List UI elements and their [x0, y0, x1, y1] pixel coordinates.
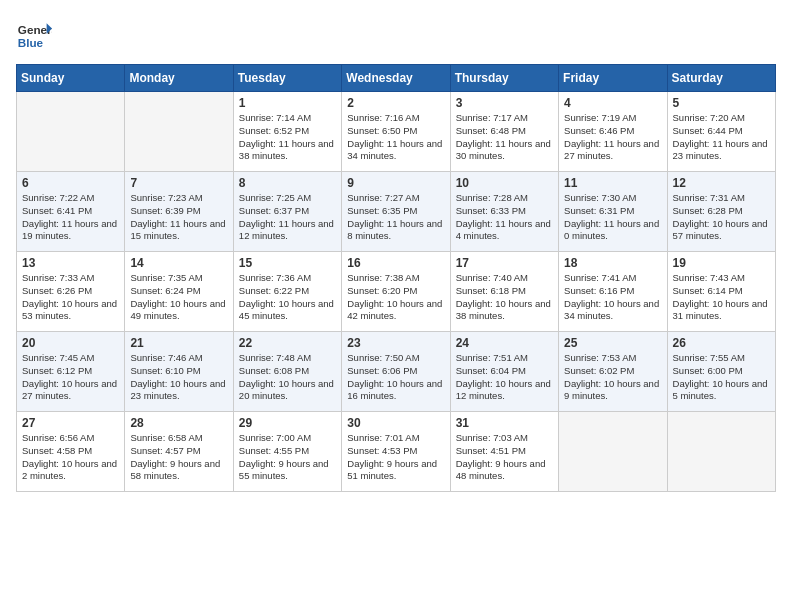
calendar-cell: 12Sunrise: 7:31 AMSunset: 6:28 PMDayligh… [667, 172, 775, 252]
day-number: 2 [347, 96, 444, 110]
cell-content: Sunrise: 7:14 AMSunset: 6:52 PMDaylight:… [239, 112, 336, 163]
cell-content: Sunrise: 7:48 AMSunset: 6:08 PMDaylight:… [239, 352, 336, 403]
cell-content: Sunrise: 7:22 AMSunset: 6:41 PMDaylight:… [22, 192, 119, 243]
calendar-cell: 11Sunrise: 7:30 AMSunset: 6:31 PMDayligh… [559, 172, 667, 252]
calendar-cell: 27Sunrise: 6:56 AMSunset: 4:58 PMDayligh… [17, 412, 125, 492]
calendar-cell [125, 92, 233, 172]
calendar-cell: 31Sunrise: 7:03 AMSunset: 4:51 PMDayligh… [450, 412, 558, 492]
day-number: 22 [239, 336, 336, 350]
calendar-cell [17, 92, 125, 172]
cell-content: Sunrise: 7:53 AMSunset: 6:02 PMDaylight:… [564, 352, 661, 403]
cell-content: Sunrise: 7:16 AMSunset: 6:50 PMDaylight:… [347, 112, 444, 163]
calendar-cell: 29Sunrise: 7:00 AMSunset: 4:55 PMDayligh… [233, 412, 341, 492]
day-number: 1 [239, 96, 336, 110]
cell-content: Sunrise: 7:45 AMSunset: 6:12 PMDaylight:… [22, 352, 119, 403]
cell-content: Sunrise: 7:20 AMSunset: 6:44 PMDaylight:… [673, 112, 770, 163]
day-number: 10 [456, 176, 553, 190]
cell-content: Sunrise: 7:30 AMSunset: 6:31 PMDaylight:… [564, 192, 661, 243]
calendar-cell: 6Sunrise: 7:22 AMSunset: 6:41 PMDaylight… [17, 172, 125, 252]
calendar-cell: 15Sunrise: 7:36 AMSunset: 6:22 PMDayligh… [233, 252, 341, 332]
cell-content: Sunrise: 7:43 AMSunset: 6:14 PMDaylight:… [673, 272, 770, 323]
calendar-cell: 1Sunrise: 7:14 AMSunset: 6:52 PMDaylight… [233, 92, 341, 172]
day-number: 23 [347, 336, 444, 350]
day-number: 7 [130, 176, 227, 190]
day-number: 15 [239, 256, 336, 270]
page-header: General Blue [16, 16, 776, 52]
calendar-cell: 30Sunrise: 7:01 AMSunset: 4:53 PMDayligh… [342, 412, 450, 492]
calendar-cell: 7Sunrise: 7:23 AMSunset: 6:39 PMDaylight… [125, 172, 233, 252]
day-number: 29 [239, 416, 336, 430]
cell-content: Sunrise: 7:35 AMSunset: 6:24 PMDaylight:… [130, 272, 227, 323]
day-number: 9 [347, 176, 444, 190]
calendar-cell: 4Sunrise: 7:19 AMSunset: 6:46 PMDaylight… [559, 92, 667, 172]
calendar-cell: 23Sunrise: 7:50 AMSunset: 6:06 PMDayligh… [342, 332, 450, 412]
cell-content: Sunrise: 6:56 AMSunset: 4:58 PMDaylight:… [22, 432, 119, 483]
calendar-cell: 13Sunrise: 7:33 AMSunset: 6:26 PMDayligh… [17, 252, 125, 332]
calendar-table: SundayMondayTuesdayWednesdayThursdayFrid… [16, 64, 776, 492]
cell-content: Sunrise: 7:38 AMSunset: 6:20 PMDaylight:… [347, 272, 444, 323]
day-number: 13 [22, 256, 119, 270]
calendar-cell [559, 412, 667, 492]
cell-content: Sunrise: 7:50 AMSunset: 6:06 PMDaylight:… [347, 352, 444, 403]
cell-content: Sunrise: 6:58 AMSunset: 4:57 PMDaylight:… [130, 432, 227, 483]
calendar-cell: 25Sunrise: 7:53 AMSunset: 6:02 PMDayligh… [559, 332, 667, 412]
day-header-thursday: Thursday [450, 65, 558, 92]
day-number: 5 [673, 96, 770, 110]
cell-content: Sunrise: 7:00 AMSunset: 4:55 PMDaylight:… [239, 432, 336, 483]
cell-content: Sunrise: 7:03 AMSunset: 4:51 PMDaylight:… [456, 432, 553, 483]
svg-text:Blue: Blue [18, 36, 44, 49]
logo-icon: General Blue [16, 16, 52, 52]
day-number: 14 [130, 256, 227, 270]
cell-content: Sunrise: 7:23 AMSunset: 6:39 PMDaylight:… [130, 192, 227, 243]
day-number: 27 [22, 416, 119, 430]
day-number: 24 [456, 336, 553, 350]
day-header-wednesday: Wednesday [342, 65, 450, 92]
day-header-monday: Monday [125, 65, 233, 92]
cell-content: Sunrise: 7:55 AMSunset: 6:00 PMDaylight:… [673, 352, 770, 403]
calendar-cell: 9Sunrise: 7:27 AMSunset: 6:35 PMDaylight… [342, 172, 450, 252]
day-number: 19 [673, 256, 770, 270]
calendar-cell: 14Sunrise: 7:35 AMSunset: 6:24 PMDayligh… [125, 252, 233, 332]
logo: General Blue [16, 16, 52, 52]
day-number: 4 [564, 96, 661, 110]
calendar-cell: 20Sunrise: 7:45 AMSunset: 6:12 PMDayligh… [17, 332, 125, 412]
day-header-tuesday: Tuesday [233, 65, 341, 92]
cell-content: Sunrise: 7:46 AMSunset: 6:10 PMDaylight:… [130, 352, 227, 403]
day-number: 8 [239, 176, 336, 190]
day-number: 20 [22, 336, 119, 350]
calendar-cell: 22Sunrise: 7:48 AMSunset: 6:08 PMDayligh… [233, 332, 341, 412]
day-number: 31 [456, 416, 553, 430]
calendar-cell: 21Sunrise: 7:46 AMSunset: 6:10 PMDayligh… [125, 332, 233, 412]
calendar-cell [667, 412, 775, 492]
cell-content: Sunrise: 7:27 AMSunset: 6:35 PMDaylight:… [347, 192, 444, 243]
day-number: 3 [456, 96, 553, 110]
day-number: 18 [564, 256, 661, 270]
cell-content: Sunrise: 7:40 AMSunset: 6:18 PMDaylight:… [456, 272, 553, 323]
day-number: 12 [673, 176, 770, 190]
calendar-cell: 28Sunrise: 6:58 AMSunset: 4:57 PMDayligh… [125, 412, 233, 492]
cell-content: Sunrise: 7:01 AMSunset: 4:53 PMDaylight:… [347, 432, 444, 483]
calendar-cell: 26Sunrise: 7:55 AMSunset: 6:00 PMDayligh… [667, 332, 775, 412]
day-number: 28 [130, 416, 227, 430]
day-number: 16 [347, 256, 444, 270]
calendar-cell: 18Sunrise: 7:41 AMSunset: 6:16 PMDayligh… [559, 252, 667, 332]
day-number: 17 [456, 256, 553, 270]
cell-content: Sunrise: 7:51 AMSunset: 6:04 PMDaylight:… [456, 352, 553, 403]
calendar-cell: 8Sunrise: 7:25 AMSunset: 6:37 PMDaylight… [233, 172, 341, 252]
day-number: 25 [564, 336, 661, 350]
calendar-cell: 10Sunrise: 7:28 AMSunset: 6:33 PMDayligh… [450, 172, 558, 252]
cell-content: Sunrise: 7:31 AMSunset: 6:28 PMDaylight:… [673, 192, 770, 243]
day-number: 6 [22, 176, 119, 190]
day-number: 30 [347, 416, 444, 430]
cell-content: Sunrise: 7:17 AMSunset: 6:48 PMDaylight:… [456, 112, 553, 163]
day-header-friday: Friday [559, 65, 667, 92]
calendar-cell: 19Sunrise: 7:43 AMSunset: 6:14 PMDayligh… [667, 252, 775, 332]
calendar-cell: 16Sunrise: 7:38 AMSunset: 6:20 PMDayligh… [342, 252, 450, 332]
cell-content: Sunrise: 7:19 AMSunset: 6:46 PMDaylight:… [564, 112, 661, 163]
cell-content: Sunrise: 7:41 AMSunset: 6:16 PMDaylight:… [564, 272, 661, 323]
calendar-cell: 2Sunrise: 7:16 AMSunset: 6:50 PMDaylight… [342, 92, 450, 172]
day-header-sunday: Sunday [17, 65, 125, 92]
cell-content: Sunrise: 7:36 AMSunset: 6:22 PMDaylight:… [239, 272, 336, 323]
day-number: 11 [564, 176, 661, 190]
calendar-cell: 24Sunrise: 7:51 AMSunset: 6:04 PMDayligh… [450, 332, 558, 412]
